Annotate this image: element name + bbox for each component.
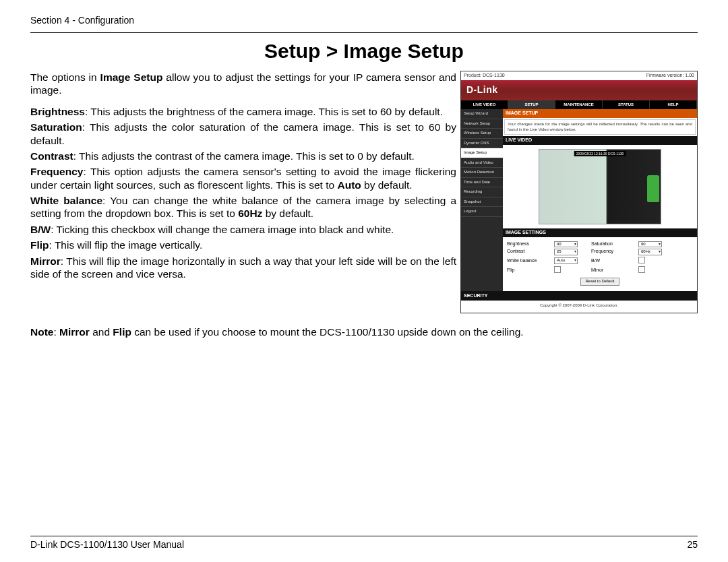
fig-tab-setup[interactable]: SETUP <box>508 100 555 110</box>
fig-tab-live[interactable]: LIVE VIDEO <box>461 100 508 110</box>
body-content: Product: DCS-1130 Firmware version: 1.00… <box>30 71 698 338</box>
fig-sel-contrast[interactable]: 25 <box>554 249 578 255</box>
section-header: Section 4 - Configuration <box>30 15 698 26</box>
term-bw: B/W <box>30 224 51 235</box>
fig-lbl-saturation: Saturation <box>591 241 638 247</box>
fig-video-object <box>647 175 659 202</box>
fig-tab-maint[interactable]: MAINTENANCE <box>555 100 603 110</box>
text-mirror: : This will flip the image horizontally … <box>30 255 456 280</box>
fig-panel-title: IMAGE SETUP <box>503 109 697 118</box>
fig-side-av[interactable]: Audio and Video <box>461 158 503 168</box>
fig-lbl-frequency: Frequency <box>591 249 638 255</box>
fig-side-wizard[interactable]: Setup Wizard <box>461 109 503 119</box>
fig-livevideo-hd: LIVE VIDEO <box>503 136 697 145</box>
fig-sel-frequency[interactable]: 60Hz <box>638 249 662 255</box>
text-frequency-b: by default. <box>361 179 413 191</box>
fig-chk-flip[interactable] <box>554 266 561 273</box>
text-flip: : This will flip the image vertically. <box>49 239 203 251</box>
fig-sel-brightness[interactable]: 90 <box>554 241 578 248</box>
fig-panel-note: Your changes made for the image settings… <box>504 119 696 135</box>
term-contrast: Contrast <box>30 150 73 162</box>
fig-side-wireless[interactable]: Wireless Setup <box>461 129 503 139</box>
note-mid: and <box>90 326 113 338</box>
fig-tab-status[interactable]: STATUS <box>603 100 650 110</box>
intro-pre: The options in <box>30 71 100 83</box>
term-brightness: Brightness <box>30 106 85 117</box>
fig-lbl-brightness: Brightness <box>507 241 554 247</box>
fig-lbl-flip: Flip <box>507 268 554 274</box>
fig-video-preview: 2009/03/23 12:16:30 DCS-1130 <box>539 149 661 224</box>
fig-side-logout[interactable]: Logout <box>461 207 503 217</box>
text-whitebal-b: by default. <box>262 208 313 219</box>
term-saturation: Saturation <box>30 121 82 133</box>
note-sep: : <box>53 326 59 338</box>
term-mirror: Mirror <box>30 255 61 267</box>
term-flip: Flip <box>30 239 49 251</box>
fig-settings-hd: IMAGE SETTINGS <box>503 228 697 237</box>
bold-whitebal: 60Hz <box>238 208 262 219</box>
note-flip: Flip <box>113 326 131 338</box>
text-brightness: : This adjusts the brightness of the cam… <box>85 106 443 117</box>
fig-firmware: Firmware version: 1.00 <box>646 73 694 79</box>
fig-side-image[interactable]: Image Setup <box>461 148 503 158</box>
term-frequency: Frequency <box>30 166 83 177</box>
fig-chk-mirror[interactable] <box>638 266 645 273</box>
config-screenshot: Product: DCS-1130 Firmware version: 1.00… <box>460 71 698 313</box>
fig-top-tabs: LIVE VIDEO SETUP MAINTENANCE STATUS HELP <box>461 100 697 110</box>
fig-lbl-bw: B/W <box>591 258 638 264</box>
bottom-divider <box>30 536 698 536</box>
page-number: 25 <box>687 539 698 550</box>
fig-brand: D-Link <box>466 84 498 96</box>
text-saturation: : This adjusts the color saturation of t… <box>30 121 456 146</box>
fig-product: Product: DCS-1130 <box>464 73 505 79</box>
text-contrast: : This adjusts the contrast of the camer… <box>73 150 415 162</box>
fig-side-motion[interactable]: Motion Detection <box>461 168 503 178</box>
fig-lbl-mirror: Mirror <box>591 268 638 274</box>
top-divider <box>30 32 698 33</box>
bold-frequency: Auto <box>337 179 361 191</box>
fig-sidebar: Setup Wizard Network Setup Wireless Setu… <box>461 109 503 290</box>
fig-sel-whitebal[interactable]: Auto <box>554 257 578 264</box>
note-mirror: Mirror <box>59 326 90 338</box>
note-paragraph: Note: Mirror and Flip can be used if you… <box>30 325 698 338</box>
fig-copyright: Copyright © 2007-2009 D-Link Corporation… <box>461 301 697 313</box>
fig-side-time[interactable]: Time and Date <box>461 178 503 188</box>
fig-video-timestamp: 2009/03/23 12:16:30 DCS-1130 <box>574 151 626 156</box>
text-bw: : Ticking this checkbox will change the … <box>51 224 394 235</box>
fig-sel-saturation[interactable]: 90 <box>638 241 662 248</box>
fig-lbl-whitebal: White balance <box>507 258 554 264</box>
term-whitebal: White balance <box>30 195 102 206</box>
fig-side-snap[interactable]: Snapshot <box>461 197 503 208</box>
intro-bold: Image Setup <box>100 71 163 83</box>
fig-lbl-contrast: Contrast <box>507 249 554 255</box>
fig-side-network[interactable]: Network Setup <box>461 119 503 129</box>
fig-reset-button[interactable]: Reset to Default <box>580 278 619 286</box>
fig-brand-banner: D-Link <box>461 80 697 100</box>
fig-side-ddns[interactable]: Dynamic DNS <box>461 139 503 149</box>
page-title: Setup > Image Setup <box>30 40 698 63</box>
note-tail: can be used if you choose to mount the D… <box>131 326 524 338</box>
footer-left: D-Link DCS-1100/1130 User Manual <box>30 539 184 550</box>
fig-tab-help[interactable]: HELP <box>650 100 697 110</box>
fig-security-bar: SECURITY <box>461 291 697 301</box>
fig-chk-bw[interactable] <box>638 257 645 263</box>
note-lead: Note <box>30 326 53 338</box>
fig-side-rec[interactable]: Recording <box>461 187 503 197</box>
